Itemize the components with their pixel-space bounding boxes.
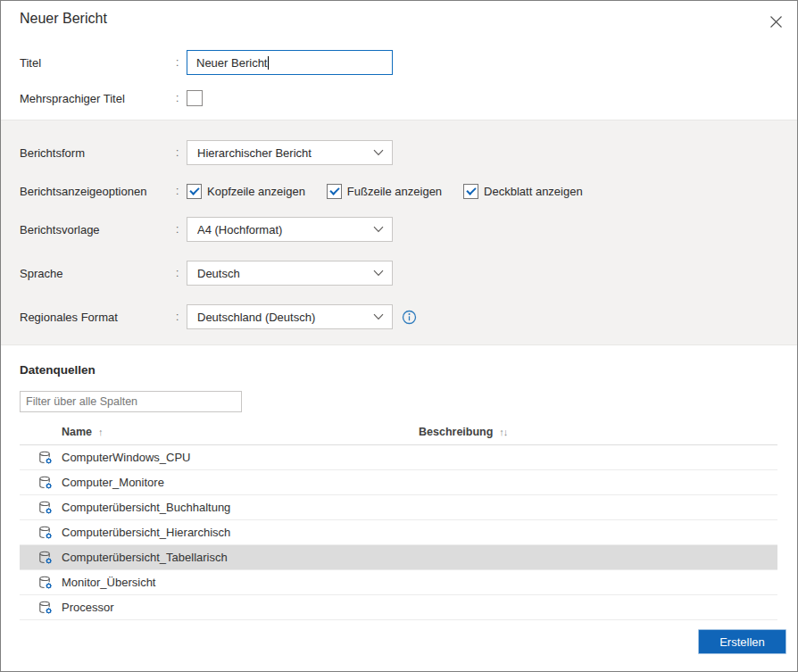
berichtsvorlage-row: Berichtsvorlage : A4 (Hochformat) [1,217,797,242]
datasource-name: Computer_Monitore [62,476,419,489]
field-separator: : [176,267,187,279]
berichtsform-label: Berichtsform [20,146,176,160]
titel-label: Titel [20,56,176,70]
text-caret [268,56,269,70]
datasources-table: Name ↑ Beschreibung ↑↓ ComputerWindows_C… [20,419,777,620]
table-row[interactable]: ComputerWindows_CPU [20,445,777,470]
new-report-dialog: Neuer Bericht Titel : Neuer Bericht Mehr… [0,0,798,672]
deckblatt-anzeigen-label: Deckblatt anzeigen [484,185,583,198]
sprache-value: Deutsch [197,267,373,280]
datenquellen-heading: Datenquellen [20,363,96,377]
titel-row: Titel : Neuer Bericht [1,50,797,75]
database-gear-icon [38,476,53,490]
berichtsvorlage-label: Berichtsvorlage [20,223,176,236]
table-row-selected[interactable]: Computerübersicht_Tabellarisch [20,545,777,570]
column-header-beschreibung[interactable]: Beschreibung ↑↓ [419,426,777,438]
regionales-format-info[interactable] [402,310,417,325]
datasource-name: Computerübersicht_Tabellarisch [62,551,419,564]
table-header: Name ↑ Beschreibung ↑↓ [20,419,777,445]
display-options-group: Kopfzeile anzeigen Fußzeile anzeigen Dec… [187,184,583,199]
datasource-name: Monitor_Übersicht [62,576,419,589]
database-gear-icon [38,526,53,540]
database-gear-icon [38,576,53,590]
datasource-name: Computerübersicht_Buchhaltung [62,501,419,514]
titel-input[interactable]: Neuer Bericht [187,50,393,75]
field-separator: : [176,185,187,197]
column-name-label: Name [62,426,92,438]
mehrsprachiger-titel-checkbox[interactable] [187,90,203,106]
column-header-name[interactable]: Name ↑ [20,426,419,438]
close-button[interactable] [765,11,786,32]
sort-both-icon: ↑↓ [499,427,507,437]
database-gear-icon [38,451,53,465]
close-icon [769,15,783,29]
sprache-dropdown[interactable]: Deutsch [187,261,393,286]
datasource-name: ComputerWindows_CPU [62,451,419,464]
field-separator: : [176,311,187,323]
regionales-format-row: Regionales Format : Deutschland (Deutsch… [1,304,797,329]
chevron-down-icon [373,226,384,233]
field-separator: : [176,56,187,69]
mehrsprachiger-titel-row: Mehrsprachiger Titel : [1,87,797,109]
chevron-down-icon [373,149,384,156]
table-row[interactable]: Monitor_Übersicht [20,570,777,595]
database-gear-icon [38,601,53,615]
info-icon [402,310,417,325]
kopfzeile-anzeigen-label: Kopfzeile anzeigen [207,185,305,198]
field-separator: : [176,92,187,104]
berichtsform-row: Berichtsform : Hierarchischer Bericht [1,140,797,165]
field-separator: : [176,223,187,236]
fusszeile-anzeigen-option[interactable]: Fußzeile anzeigen [327,184,442,199]
titel-input-value: Neuer Bericht [196,56,267,70]
deckblatt-anzeigen-checkbox[interactable] [463,184,478,199]
create-button[interactable]: Erstellen [698,629,786,654]
berichtsvorlage-dropdown[interactable]: A4 (Hochformat) [187,217,393,242]
sort-ascending-icon: ↑ [98,427,103,437]
chevron-down-icon [373,270,384,277]
sprache-label: Sprache [20,267,176,280]
berichtsform-dropdown[interactable]: Hierarchischer Bericht [187,140,393,165]
regionales-format-dropdown[interactable]: Deutschland (Deutsch) [187,304,393,329]
field-separator: : [176,146,187,159]
berichtsform-value: Hierarchischer Bericht [197,146,373,160]
table-row[interactable]: Computerübersicht_Hierarchisch [20,520,777,545]
mehrsprachiger-titel-label: Mehrsprachiger Titel [20,92,176,105]
column-beschreibung-label: Beschreibung [419,426,493,438]
filter-input[interactable] [20,391,242,412]
fusszeile-anzeigen-label: Fußzeile anzeigen [347,185,442,198]
database-gear-icon [38,501,53,515]
report-settings-section: Berichtsform : Hierarchischer Bericht Be… [1,120,797,345]
regionales-format-label: Regionales Format [20,311,176,324]
fusszeile-anzeigen-checkbox[interactable] [327,184,342,199]
berichtsvorlage-value: A4 (Hochformat) [197,223,373,236]
kopfzeile-anzeigen-option[interactable]: Kopfzeile anzeigen [187,184,305,199]
table-row[interactable]: Computer_Monitore [20,470,777,495]
table-row[interactable]: Computerübersicht_Buchhaltung [20,495,777,520]
deckblatt-anzeigen-option[interactable]: Deckblatt anzeigen [463,184,583,199]
datasource-name: Computerübersicht_Hierarchisch [62,526,419,539]
database-gear-icon [38,551,53,565]
berichtsanzeigeoptionen-label: Berichtsanzeigeoptionen [20,185,176,198]
sprache-row: Sprache : Deutsch [1,261,797,286]
kopfzeile-anzeigen-checkbox[interactable] [187,184,202,199]
berichtsanzeigeoptionen-row: Berichtsanzeigeoptionen : Kopfzeile anze… [1,181,797,201]
datasource-name: Processor [62,601,419,614]
chevron-down-icon [373,313,384,320]
table-row[interactable]: Processor [20,595,777,620]
dialog-title: Neuer Bericht [20,11,107,27]
regionales-format-value: Deutschland (Deutsch) [197,311,373,324]
